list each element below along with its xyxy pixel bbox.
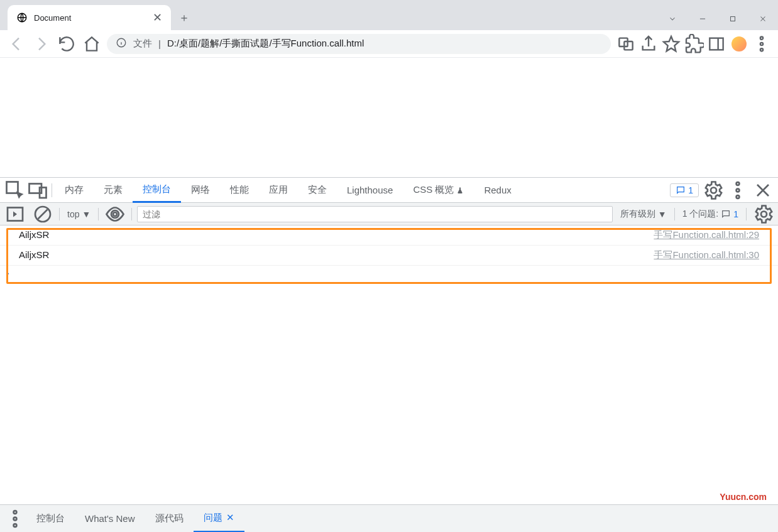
- svg-point-20: [14, 524, 17, 527]
- browser-tab[interactable]: Document ✕: [8, 5, 171, 30]
- inspect-icon[interactable]: [4, 179, 26, 202]
- filter-input[interactable]: [137, 206, 612, 222]
- issues-badge[interactable]: 1: [670, 183, 699, 197]
- svg-point-13: [737, 188, 740, 192]
- device-toggle-icon[interactable]: [26, 179, 49, 202]
- svg-rect-1: [731, 17, 735, 21]
- console-settings-icon[interactable]: [752, 203, 774, 225]
- close-icon[interactable]: ✕: [226, 512, 234, 523]
- tab-css-overview[interactable]: CSS 概览: [403, 178, 474, 203]
- tab-performance[interactable]: 性能: [220, 178, 259, 203]
- close-devtools-icon[interactable]: [752, 179, 774, 202]
- star-icon[interactable]: [661, 34, 681, 54]
- svg-point-18: [14, 511, 17, 514]
- more-icon[interactable]: [726, 179, 749, 202]
- log-message: AiljxSR: [19, 249, 49, 261]
- url-separator: |: [158, 38, 161, 49]
- live-expression-icon[interactable]: [104, 203, 126, 225]
- log-source-link[interactable]: 手写Function.call.html:30: [654, 249, 759, 261]
- devtools-drawer: 控制台 What's New 源代码 问题 ✕: [0, 504, 778, 532]
- close-window-button[interactable]: [748, 8, 778, 30]
- omnibox[interactable]: 文件 | D:/桌面/题解/手撕面试题/手写Function.call.html: [107, 34, 611, 54]
- settings-icon[interactable]: [701, 179, 724, 202]
- console-log-area: AiljxSR 手写Function.call.html:29 AiljxSR …: [0, 225, 778, 285]
- svg-rect-5: [710, 38, 723, 50]
- tab-redux[interactable]: Redux: [474, 178, 521, 203]
- side-panel-icon[interactable]: [706, 34, 726, 54]
- tab-application[interactable]: 应用: [259, 178, 298, 203]
- drawer-tab-console[interactable]: 控制台: [26, 505, 75, 533]
- share-icon[interactable]: [638, 34, 659, 54]
- drawer-tab-issues[interactable]: 问题 ✕: [194, 505, 244, 533]
- svg-point-14: [737, 195, 740, 198]
- svg-point-17: [113, 212, 117, 216]
- svg-point-6: [760, 36, 763, 39]
- console-toolbar: top ▼ 所有级别 ▼ 1 个问题: 1: [0, 203, 778, 225]
- translate-icon[interactable]: [616, 34, 636, 54]
- address-bar: 文件 | D:/桌面/题解/手撕面试题/手写Function.call.html: [0, 30, 778, 58]
- tab-memory[interactable]: 内存: [55, 178, 94, 203]
- log-source-link[interactable]: 手写Function.call.html:29: [654, 229, 759, 241]
- tab-elements[interactable]: 元素: [94, 178, 133, 203]
- url-text: D:/桌面/题解/手撕面试题/手写Function.call.html: [167, 38, 364, 50]
- close-tab-icon[interactable]: ✕: [153, 11, 162, 24]
- reload-button[interactable]: [57, 34, 77, 54]
- log-message: AiljxSR: [19, 229, 49, 241]
- devtools-panel: 内存 元素 控制台 网络 性能 应用 安全 Lighthouse CSS 概览 …: [0, 177, 778, 500]
- toggle-drawer-icon[interactable]: [4, 203, 26, 225]
- new-tab-button[interactable]: ＋: [171, 5, 197, 30]
- svg-point-12: [737, 182, 740, 185]
- svg-rect-3: [619, 38, 627, 46]
- drawer-tab-whatsnew[interactable]: What's New: [75, 505, 145, 533]
- svg-point-8: [760, 48, 763, 51]
- chevron-down-icon[interactable]: [657, 8, 688, 30]
- tab-security[interactable]: 安全: [298, 178, 337, 203]
- tab-title: Document: [34, 13, 146, 23]
- menu-icon[interactable]: [752, 34, 772, 54]
- forward-button[interactable]: [31, 34, 52, 54]
- minimize-button[interactable]: [688, 8, 718, 30]
- watermark-yuucn: Yuucn.com: [720, 492, 767, 502]
- svg-point-19: [14, 517, 17, 520]
- console-log-row[interactable]: AiljxSR 手写Function.call.html:29: [0, 225, 778, 246]
- console-prompt[interactable]: ›: [0, 266, 778, 281]
- window-controls: [657, 8, 778, 30]
- svg-point-7: [760, 42, 763, 45]
- maximize-button[interactable]: [718, 8, 748, 30]
- info-icon: [116, 37, 127, 50]
- url-scheme-label: 文件: [133, 38, 152, 50]
- log-levels-selector[interactable]: 所有级别 ▼: [618, 209, 669, 220]
- clear-console-icon[interactable]: [31, 203, 54, 225]
- drawer-menu-icon[interactable]: [4, 508, 26, 530]
- extensions-icon[interactable]: [684, 34, 704, 54]
- home-button[interactable]: [82, 34, 102, 54]
- devtools-tab-bar: 内存 元素 控制台 网络 性能 应用 安全 Lighthouse CSS 概览 …: [0, 178, 778, 203]
- profile-avatar[interactable]: [729, 34, 749, 54]
- back-button[interactable]: [6, 34, 26, 54]
- globe-icon: [16, 12, 28, 23]
- drawer-tab-sources[interactable]: 源代码: [145, 505, 194, 533]
- tab-lighthouse[interactable]: Lighthouse: [337, 178, 403, 203]
- page-content: [0, 58, 778, 177]
- tab-network[interactable]: 网络: [181, 178, 220, 203]
- tab-console[interactable]: 控制台: [133, 178, 181, 203]
- console-log-row[interactable]: AiljxSR 手写Function.call.html:30: [0, 246, 778, 266]
- context-selector[interactable]: top ▼: [65, 209, 93, 219]
- issues-summary[interactable]: 1 个问题: 1: [680, 209, 741, 220]
- svg-rect-4: [624, 41, 632, 50]
- browser-tab-bar: Document ✕ ＋: [0, 0, 778, 30]
